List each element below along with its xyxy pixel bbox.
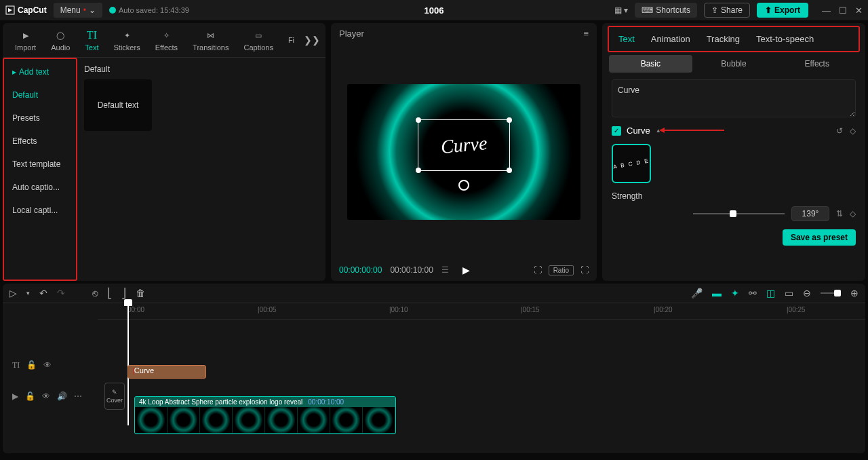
tab-animation[interactable]: Animation [651,34,690,44]
tab-stickers[interactable]: ✦Stickers [107,26,147,54]
text-selection-box[interactable]: Curve [418,119,510,171]
split-left-tool[interactable]: ⎣ [107,288,112,299]
dropdown-icon[interactable]: ▾ [26,290,30,296]
autosave-status: Auto saved: 15:43:39 [109,6,189,14]
tab-transitions[interactable]: ⋈Transitions [186,26,235,54]
tab-text-to-speech[interactable]: Text-to-speech [756,34,814,44]
video-thumb [265,407,298,433]
sidebar-add-text[interactable]: ▸Add text [5,60,75,83]
maximize-button[interactable]: ☐ [839,5,847,16]
keyframe-icon[interactable]: ◇ [850,209,856,218]
video-clip[interactable]: 4k Loop Abstract Sphere particle explosi… [134,396,396,434]
lock-icon[interactable]: 🔓 [25,391,35,401]
tab-filters[interactable]: Fi [281,33,301,47]
stepper-icon[interactable]: ⇅ [836,209,843,218]
shortcuts-button[interactable]: ⌨ Shortcuts [635,3,697,18]
overlay-icon[interactable]: ▭ [785,288,793,299]
rotate-handle[interactable] [458,180,469,191]
default-text-card[interactable]: Default text [84,79,152,131]
sub-tab-basic[interactable]: Basic [609,55,692,73]
player-controls: 00:00:00:00 00:00:10:00 ☰ ▶ ⛶ Ratio ⛶ [331,259,597,281]
snap-icon[interactable]: ✦ [731,288,739,299]
curve-checkbox[interactable]: ✓ [612,126,621,136]
lock-icon[interactable]: 🔓 [26,360,37,370]
scale-icon[interactable]: ⛶ [534,265,542,275]
sidebar-item-text-template[interactable]: Text template [5,153,75,176]
play-button[interactable]: ▶ [462,265,470,275]
tab-captions[interactable]: ▭Captions [237,26,279,54]
titlebar: CapCut Menu • ⌄ Auto saved: 15:43:39 100… [0,0,868,20]
save-preset-button[interactable]: Save as preset [783,229,856,246]
menu-button[interactable]: Menu • ⌄ [54,3,102,18]
tab-import[interactable]: ▶Import [8,26,43,54]
resize-handle-tl[interactable] [416,117,421,123]
sub-tab-effects[interactable]: Effects [775,55,859,73]
resize-handle-tr[interactable] [507,117,512,123]
timeline-ruler[interactable]: 00:00 |00:05 |00:10 |00:15 |00:20 |00:25 [98,303,865,320]
strength-slider[interactable] [693,213,785,214]
property-body: ✓ Curve ▲ ↺ ◇ A B C D E Strength ⇅ ◇ [602,73,865,252]
undo-button[interactable]: ↶ [39,288,47,299]
video-track: ▶ 🔓 👁 🔊 ⋯ ✎ Cover 4k Loop Abstract Spher… [3,377,865,416]
tab-effects[interactable]: ✧Effects [149,26,184,54]
zoom-in-icon[interactable]: ⊕ [850,288,859,299]
curve-preview[interactable]: A B C D E [612,144,651,183]
magnet-icon[interactable]: ▬ [712,288,722,299]
ratio-button[interactable]: Ratio [549,265,574,275]
export-button[interactable]: ⬆ Export [757,3,808,18]
strength-label: Strength [612,191,856,201]
slider-thumb[interactable] [730,210,736,217]
player-viewport[interactable]: Curve [331,44,597,259]
layout-icon[interactable]: ▦ ▾ [614,5,628,15]
video-thumb [298,407,330,433]
video-thumb [233,407,265,433]
resize-handle-br[interactable] [507,168,512,173]
reset-icon[interactable]: ↺ [836,126,843,136]
tab-text-props[interactable]: Text [618,34,635,44]
visibility-icon[interactable]: 👁 [42,391,50,401]
delete-tool[interactable]: 🗑 [136,288,145,299]
video-clip-header: 4k Loop Abstract Sphere particle explosi… [135,397,395,407]
sidebar-item-effects[interactable]: Effects [5,130,75,153]
strength-input[interactable] [791,206,829,221]
text-track: TI 🔓 👁 |Curve [3,358,865,372]
share-button[interactable]: ⇪ Share [704,3,750,18]
sub-tab-bubble[interactable]: Bubble [692,55,776,73]
zoom-out-icon[interactable]: ⊖ [803,288,811,299]
redo-button[interactable]: ↷ [57,288,65,299]
close-button[interactable]: ✕ [855,5,863,16]
tab-audio[interactable]: ◯Audio [44,26,77,54]
sidebar-header-label: Add text [19,67,49,77]
preview-icon[interactable]: ◫ [766,288,775,299]
curve-label: Curve [627,126,650,136]
video-track-icon: ▶ [12,391,18,401]
menu-icon[interactable]: ≡ [583,28,589,39]
text-clip[interactable]: |Curve [127,365,206,379]
text-clip-label: Curve [134,366,154,375]
minimize-button[interactable]: — [822,5,831,16]
text-content-input[interactable] [612,79,856,117]
sidebar-item-auto-captions[interactable]: Auto captio... [5,176,75,199]
cursor-tool[interactable]: ▷ [9,288,17,299]
sidebar-item-presets[interactable]: Presets [5,107,75,130]
keyframe-icon[interactable]: ◇ [850,126,856,136]
visibility-icon[interactable]: 👁 [43,360,52,370]
fullscreen-icon[interactable]: ⛶ [580,265,589,275]
tab-text[interactable]: TIText [78,26,105,54]
scroll-right-icon[interactable]: ❯❯ [304,35,320,45]
zoom-slider[interactable] [821,292,841,294]
more-icon[interactable]: ⋯ [74,391,82,401]
mute-icon[interactable]: 🔊 [57,391,67,401]
cover-button[interactable]: ✎ Cover [104,383,125,410]
annotation-arrow [663,130,724,131]
link-icon[interactable]: ⚯ [749,288,757,299]
list-icon[interactable]: ☰ [441,265,449,275]
split-tool[interactable]: ⎋ [92,288,98,299]
resize-handle-bl[interactable] [416,168,421,173]
sidebar-item-local-captions[interactable]: Local capti... [5,199,75,222]
tab-tracking[interactable]: Tracking [707,34,740,44]
mic-icon[interactable]: 🎤 [691,288,703,299]
sidebar-item-default[interactable]: Default [5,83,75,107]
keyboard-icon: ⌨ [642,5,653,15]
split-right-tool[interactable]: ⎦ [121,288,126,299]
